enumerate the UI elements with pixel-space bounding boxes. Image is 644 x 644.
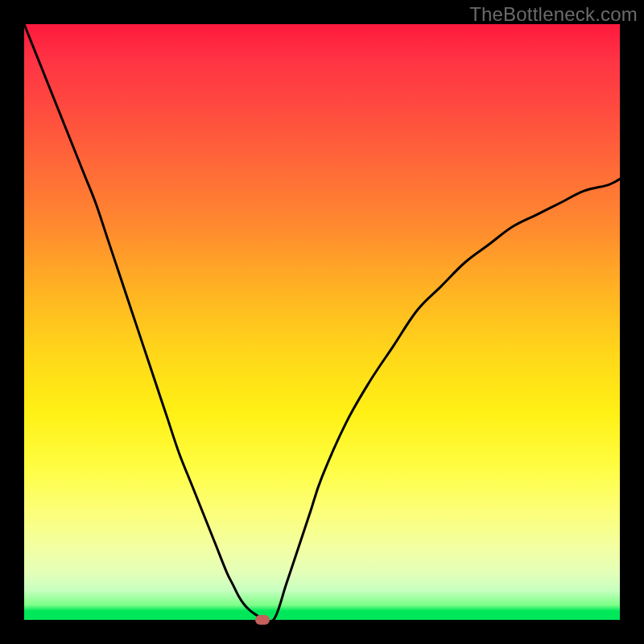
plot-area xyxy=(24,24,620,620)
bottleneck-curve xyxy=(24,24,620,620)
watermark-text: TheBottleneck.com xyxy=(469,3,638,26)
minimum-marker xyxy=(255,615,270,625)
chart-frame: TheBottleneck.com xyxy=(0,0,644,644)
